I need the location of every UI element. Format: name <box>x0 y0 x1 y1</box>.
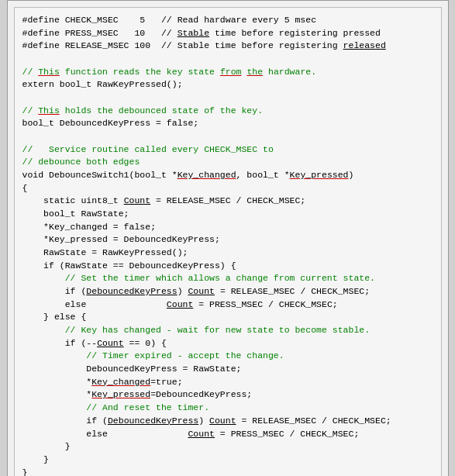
listing-container: #define CHECK_MSEC 5 // Read hardware ev… <box>7 0 449 476</box>
line-1: #define CHECK_MSEC 5 // Read hardware ev… <box>22 15 391 476</box>
code-block: #define CHECK_MSEC 5 // Read hardware ev… <box>14 7 442 476</box>
